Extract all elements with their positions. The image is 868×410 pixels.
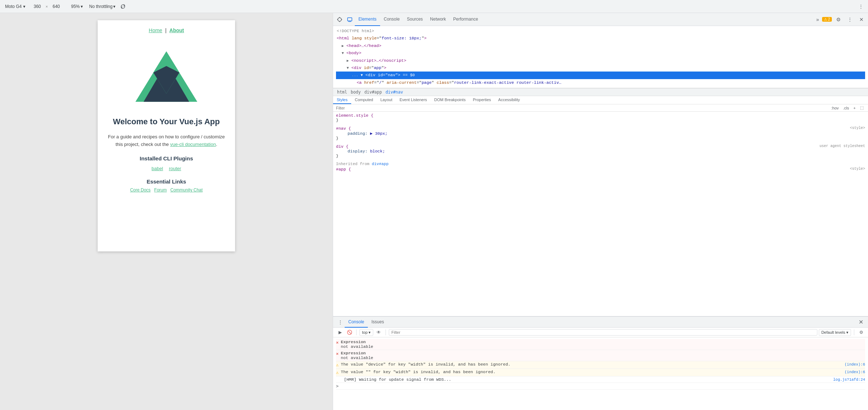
babel-link[interactable]: babel bbox=[152, 166, 163, 171]
style-tab-dom-breakpoints[interactable]: DOM Breakpoints bbox=[431, 96, 469, 104]
dom-line-doctype[interactable]: <!DOCTYPE html> bbox=[336, 27, 865, 35]
drawer-menu-button[interactable]: ⋮ bbox=[336, 318, 345, 327]
console-execute-button[interactable]: ▶ bbox=[336, 328, 344, 336]
router-link[interactable]: router bbox=[169, 166, 181, 171]
device-toolbar: Moto G4 ▾ × 95% ▾ No throttling ▾ ⋮ bbox=[0, 0, 868, 13]
devtools-more-button[interactable]: ⋮ bbox=[845, 14, 855, 25]
tab-network[interactable]: Network bbox=[426, 13, 450, 26]
filter-actions: :hov .cls + ⬚ bbox=[830, 105, 865, 111]
dom-line-body[interactable]: ▼ <body> bbox=[336, 49, 865, 57]
throttle-dropdown-icon: ▾ bbox=[113, 4, 115, 9]
device-name: Moto G4 bbox=[5, 4, 22, 9]
console-context-dropdown: ▾ bbox=[369, 330, 371, 335]
breadcrumb-html[interactable]: html bbox=[336, 89, 348, 95]
drawer-tab-console[interactable]: Console bbox=[345, 317, 368, 328]
vue-cli-doc-link[interactable]: vue-cli documentation bbox=[170, 142, 216, 147]
inspect-element-button[interactable] bbox=[335, 14, 345, 25]
style-tab-styles[interactable]: Styles bbox=[333, 96, 351, 104]
console-context-selector[interactable]: top ▾ bbox=[359, 329, 373, 336]
error-text-2: not available bbox=[341, 355, 373, 360]
css-prop-padding[interactable]: padding: ▶ 30px; bbox=[336, 131, 865, 136]
style-tab-layout[interactable]: Layout bbox=[377, 96, 396, 104]
drawer-tab-issues[interactable]: Issues bbox=[368, 317, 388, 328]
tab-performance[interactable]: Performance bbox=[450, 13, 482, 26]
css-origin-app[interactable]: <style> bbox=[850, 167, 865, 171]
device-dropdown-icon: ▾ bbox=[23, 4, 25, 9]
svg-point-4 bbox=[338, 18, 341, 21]
css-prop-display[interactable]: display: block; bbox=[336, 149, 865, 154]
style-tab-computed[interactable]: Computed bbox=[351, 96, 377, 104]
warn-source-1[interactable]: (index):6 bbox=[844, 362, 865, 367]
zoom-selector[interactable]: 95% ▾ bbox=[69, 3, 85, 10]
filter-hov-button[interactable]: :hov bbox=[830, 105, 840, 111]
css-selector-div[interactable]: div { user agent stylesheet bbox=[336, 144, 865, 149]
cli-plugins-title: Installed CLI Plugins bbox=[140, 155, 193, 161]
drawer-tabs: ⋮ Console Issues ✕ bbox=[333, 317, 868, 328]
console-levels-selector[interactable]: Default levels ▾ bbox=[819, 329, 851, 336]
console-filter-input[interactable] bbox=[389, 329, 817, 336]
warning-badge[interactable]: ⚠ 2 bbox=[822, 17, 832, 22]
more-tabs-button[interactable]: » bbox=[815, 17, 821, 22]
console-msg-warn2: ⚠ The value "" for key "width" is invali… bbox=[336, 369, 865, 376]
height-input[interactable] bbox=[51, 4, 61, 9]
warn-icon-1: ⚠ bbox=[336, 362, 339, 368]
welcome-title: Welcome to Your Vue.js App bbox=[113, 116, 220, 128]
css-close-element-style: } bbox=[336, 118, 865, 122]
css-selector-nav[interactable]: #nav { <style> bbox=[336, 126, 865, 131]
tab-elements[interactable]: Elements bbox=[355, 13, 380, 26]
filter-cls-button[interactable]: .cls bbox=[842, 105, 851, 111]
drawer-close-button[interactable]: ✕ bbox=[856, 318, 865, 327]
dom-tree[interactable]: <!DOCTYPE html> <html lang style="font-s… bbox=[333, 26, 868, 88]
breadcrumb-body[interactable]: body bbox=[350, 89, 362, 95]
devtools-settings-button[interactable]: ⚙ bbox=[833, 14, 843, 25]
css-origin-nav[interactable]: <style> bbox=[850, 126, 865, 130]
filter-add-button[interactable]: + bbox=[852, 105, 857, 111]
devtools-panel: Elements Console Sources Network Perform… bbox=[333, 13, 868, 410]
css-rule-nav: #nav { <style> padding: ▶ 30px; } bbox=[336, 126, 865, 141]
device-toggle-button[interactable] bbox=[345, 14, 355, 25]
console-sep1 bbox=[356, 329, 357, 335]
community-chat-link[interactable]: Community Chat bbox=[170, 187, 203, 193]
devtools-close-button[interactable]: ✕ bbox=[856, 14, 867, 25]
zoom-value: 95% bbox=[71, 4, 80, 9]
filter-input[interactable] bbox=[336, 106, 830, 110]
welcome-text: For a guide and recipes on how to config… bbox=[98, 133, 235, 148]
css-selector-element-style[interactable]: element.style { bbox=[336, 113, 865, 118]
rotate-button[interactable] bbox=[120, 3, 126, 10]
css-selector-app[interactable]: #app { <style> bbox=[336, 167, 865, 172]
nav-bar: Home | About bbox=[149, 27, 184, 33]
essential-links-list: Core Docs Forum Community Chat bbox=[130, 187, 203, 193]
dom-line-div-app[interactable]: ▼ <div id="app"> bbox=[336, 64, 865, 72]
nav-home-link[interactable]: Home bbox=[149, 27, 162, 33]
dom-line-head[interactable]: ▶ <head>…</head> bbox=[336, 42, 865, 49]
dom-line-html[interactable]: <html lang style="font-size: 18px;"> bbox=[336, 35, 865, 42]
throttle-selector[interactable]: No throttling ▾ bbox=[87, 3, 118, 10]
width-input[interactable] bbox=[32, 4, 43, 9]
css-origin-div: user agent stylesheet bbox=[820, 144, 865, 148]
dom-line-noscript[interactable]: ▶ <noscript>…</noscript> bbox=[336, 57, 865, 64]
css-close-nav: } bbox=[336, 136, 865, 141]
dom-line-anchor[interactable]: <a href="/" aria-current="page" class="r… bbox=[336, 79, 865, 86]
hmr-source[interactable]: log.js?1afd:24 bbox=[833, 377, 865, 382]
console-clear-button[interactable]: 🚫 bbox=[345, 328, 353, 336]
inherited-from-link[interactable]: div#app bbox=[372, 162, 388, 166]
device-selector[interactable]: Moto G4 ▾ bbox=[3, 3, 27, 10]
toolbar-more-button[interactable]: ⋮ bbox=[856, 2, 865, 11]
breadcrumb-div-app[interactable]: div#app bbox=[363, 89, 383, 95]
filter-layout-button[interactable]: ⬚ bbox=[859, 105, 865, 111]
breadcrumb-div-nav[interactable]: div#nav bbox=[384, 89, 404, 95]
tab-console[interactable]: Console bbox=[380, 13, 403, 26]
error-icon-2: ✕ bbox=[336, 351, 339, 357]
style-tab-accessibility[interactable]: Accessibility bbox=[495, 96, 524, 104]
forum-link[interactable]: Forum bbox=[154, 187, 167, 193]
tab-sources[interactable]: Sources bbox=[403, 13, 426, 26]
style-tab-properties[interactable]: Properties bbox=[469, 96, 494, 104]
console-eye-button[interactable]: 👁 bbox=[375, 328, 383, 336]
devtools-tabs-right: » ⚠ 2 ⚙ ⋮ ✕ bbox=[815, 14, 867, 25]
warn-source-2[interactable]: (index):6 bbox=[844, 370, 865, 374]
console-settings-button[interactable]: ⚙ bbox=[857, 328, 865, 336]
style-tab-event-listeners[interactable]: Event Listeners bbox=[396, 96, 431, 104]
dom-line-div-nav[interactable]: ... ▼ <div id="nav"> == $0 bbox=[336, 72, 865, 79]
nav-about-link[interactable]: About bbox=[169, 27, 184, 33]
core-docs-link[interactable]: Core Docs bbox=[130, 187, 151, 193]
